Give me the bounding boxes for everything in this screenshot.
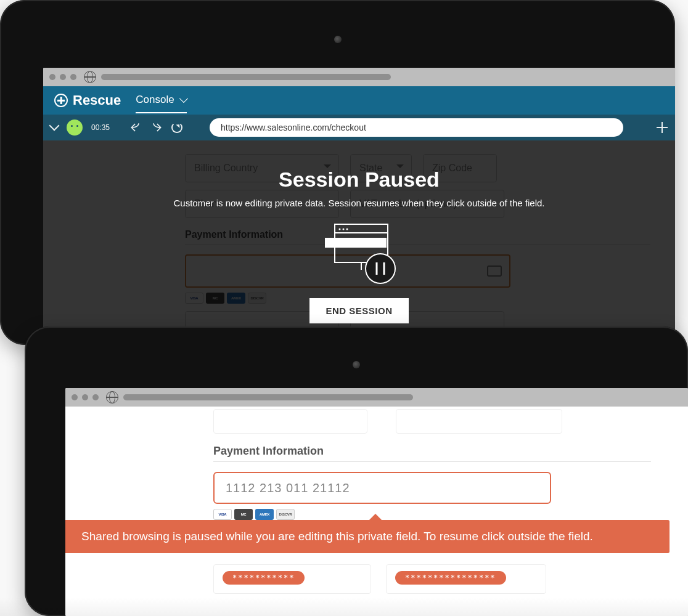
customer-avatar[interactable] [67,120,83,136]
payment-section-title: Payment Information [213,445,651,458]
globe-icon [84,71,96,83]
session-timer: 00:35 [91,123,110,132]
browser-chrome [43,68,675,86]
browser-url-placeholder[interactable] [101,74,391,80]
app-header: Rescue Console [43,86,675,115]
nav-console-label: Console [136,94,174,106]
traffic-light[interactable] [72,394,78,400]
overlay-title: Session Paused [279,168,440,192]
masked-fields-row: *********** **************** [213,564,651,594]
brand: Rescue [54,92,121,108]
card-brand-logos: VISA MC AMEX DISCVR [213,509,651,520]
amex-logo: AMEX [255,509,274,520]
mastercard-logo: MC [234,509,253,520]
svg-point-8 [366,254,395,283]
page-shadow [0,598,688,616]
collapse-icon[interactable] [49,121,60,131]
globe-icon [106,391,118,403]
session-url-input[interactable]: https://www.salesonline.com/checkout [210,118,623,137]
traffic-light[interactable] [92,394,99,400]
discover-logo: DISCVR [276,509,295,520]
customer-device-frame: Payment Information 1112 213 011 21112 V… [25,326,688,616]
plus-icon[interactable] [657,122,668,133]
masked-field[interactable]: *********** [213,564,371,594]
traffic-light[interactable] [70,74,76,80]
masked-value: **************** [395,571,506,585]
customer-screen: Payment Information 1112 213 011 21112 V… [65,388,688,616]
chevron-down-icon [179,94,188,103]
rescue-logo-icon [54,94,68,107]
visa-logo: VISA [213,509,232,520]
camera-icon [334,36,342,43]
svg-rect-5 [325,238,387,248]
overlay-message: Customer is now editing private data. Se… [174,198,545,208]
traffic-light[interactable] [82,394,88,400]
session-toolbar: 00:35 https://www.salesonline.com/checko… [43,115,675,140]
traffic-light[interactable] [49,74,55,80]
agent-device-frame: Rescue Console 00:35 https://www.saleson… [0,0,675,345]
session-paused-overlay: Session Paused Customer is now editing p… [43,140,675,345]
privacy-banner-text: Shared browsing is paused while you are … [81,530,593,543]
pause-graphic-icon [316,221,403,288]
brand-name: Rescue [73,92,121,108]
refresh-icon[interactable] [171,122,182,133]
agent-viewport: Billing Country State Zip Code Phone [43,140,675,345]
masked-field[interactable]: **************** [386,564,546,594]
window-controls[interactable] [72,394,101,400]
masked-value: *********** [223,571,305,585]
svg-point-2 [342,229,344,230]
nav-console[interactable]: Console [136,87,186,113]
end-session-button[interactable]: END SESSION [309,298,408,323]
face-icon [70,125,79,130]
customer-page: Payment Information 1112 213 011 21112 V… [65,407,688,616]
window-controls[interactable] [49,74,79,80]
privacy-banner: Shared browsing is paused while you are … [65,520,670,553]
divider [213,461,651,462]
traffic-light[interactable] [60,74,66,80]
agent-screen: Rescue Console 00:35 https://www.saleson… [43,68,675,345]
svg-point-1 [338,229,340,230]
back-icon[interactable] [129,121,142,134]
prev-field[interactable] [213,409,367,434]
card-number-value: 1112 213 011 21112 [226,481,350,495]
forward-icon[interactable] [150,121,163,134]
svg-point-3 [346,229,348,230]
browser-url-placeholder[interactable] [123,394,413,400]
browser-chrome [65,388,688,407]
camera-icon [353,361,360,368]
session-url: https://www.salesonline.com/checkout [221,123,366,132]
card-number-input[interactable]: 1112 213 011 21112 [213,472,551,504]
prev-field[interactable] [396,409,562,434]
